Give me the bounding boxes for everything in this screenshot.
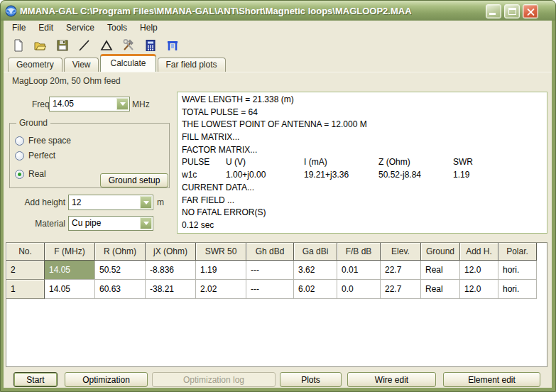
optimization-button[interactable]: Optimization (65, 372, 148, 387)
table-cell[interactable]: 14.05 (45, 280, 95, 299)
radio-label: Free space (28, 136, 71, 146)
freq-dropdown-button[interactable] (116, 98, 129, 110)
pulse-value: w1c (182, 169, 197, 182)
menu-item-file[interactable]: File (6, 21, 32, 34)
output-line: FAR FIELD ... (182, 195, 543, 207)
tools-setup-icon[interactable] (121, 38, 136, 53)
wire-line-icon[interactable] (77, 38, 92, 53)
maximize-icon (508, 8, 516, 15)
pulse-value: 19.21+j3.36 (304, 169, 349, 182)
table-cell[interactable]: 22.7 (381, 261, 421, 280)
menu-item-help[interactable]: Help (133, 21, 164, 34)
pulse-value: 1.00+j0.00 (226, 169, 266, 182)
plots-button[interactable]: Plots (280, 372, 342, 387)
table-cell[interactable]: 6.02 (294, 280, 337, 299)
table-cell[interactable]: 12.0 (460, 261, 498, 280)
calculate-icon[interactable] (143, 38, 158, 53)
table-cell[interactable]: Real (421, 261, 460, 280)
tab-geometry[interactable]: Geometry (8, 58, 62, 72)
add-height-value: 12 (72, 195, 81, 209)
menu-item-service[interactable]: Service (60, 21, 101, 34)
radio-circle-icon (15, 170, 24, 179)
maximize-button[interactable] (504, 4, 520, 18)
output-line: TOTAL PULSE = 64 (182, 107, 543, 119)
table-cell[interactable]: 22.7 (381, 280, 421, 299)
freq-combobox[interactable]: 14.05 (49, 97, 130, 111)
pulse-value: 50.52-j8.84 (378, 169, 421, 182)
table-cell[interactable]: 60.63 (95, 280, 146, 299)
table-cell[interactable]: 50.52 (95, 261, 146, 280)
minimize-icon (489, 13, 496, 15)
table-cell[interactable]: --- (246, 280, 294, 299)
table-row: 114.0560.63-38.212.02---6.020.022.7Real1… (6, 280, 547, 299)
menu-item-edit[interactable]: Edit (32, 21, 60, 34)
row-header-cell[interactable]: 2 (6, 261, 45, 280)
table-cell[interactable]: hori. (498, 280, 537, 299)
menu-item-tools[interactable]: Tools (101, 21, 133, 34)
open-file-icon[interactable] (33, 38, 48, 53)
table-cell[interactable]: 0.01 (337, 261, 381, 280)
add-height-unit: m (157, 197, 164, 207)
radio-label: Perfect (28, 151, 55, 160)
title-bar: MMANA-GAL C:\Program Files\MMANA-GAL\ANT… (1, 1, 556, 21)
material-dropdown-button[interactable] (140, 217, 152, 229)
new-file-icon[interactable] (11, 38, 26, 53)
radio-perfect[interactable]: Perfect (15, 150, 55, 161)
close-button[interactable] (523, 4, 538, 18)
ground-groupbox: Ground Free spacePerfectReal Ground setu… (9, 123, 170, 188)
table-cell[interactable]: 14.05 (45, 261, 95, 280)
header-cell: Elev. (381, 243, 421, 261)
header-cell: SWR 50 (196, 243, 246, 261)
table-cell[interactable]: -8.836 (146, 261, 196, 280)
table-cell[interactable]: -38.21 (146, 280, 196, 299)
output-line: THE LOWEST POINT OF ANTENNA = 12.000 M (182, 119, 543, 131)
header-cell: R (Ohm) (95, 243, 146, 261)
pulse-header: SWR (453, 156, 473, 169)
ground-setup-button[interactable]: Ground setup (100, 173, 168, 187)
pulse-value-row: w1c1.00+j0.0019.21+j3.3650.52-j8.841.19 (182, 169, 543, 182)
freq-unit: MHz (132, 99, 150, 109)
header-cell: Polar. (498, 243, 537, 261)
minimize-button[interactable] (486, 4, 501, 18)
radio-real[interactable]: Real (15, 168, 46, 180)
app-globe-icon (5, 5, 17, 17)
header-cell: F (MHz) (45, 243, 95, 261)
table-cell[interactable]: 2.02 (196, 280, 246, 299)
optimization-log-button[interactable]: Optimization log (152, 372, 276, 387)
wire-edit-button[interactable]: Wire edit (347, 372, 436, 387)
save-file-icon[interactable] (55, 38, 70, 53)
radio-circle-icon (15, 151, 24, 160)
material-label: Material (18, 219, 65, 229)
radio-free-space[interactable]: Free space (15, 135, 71, 146)
table-cell[interactable]: Real (421, 280, 460, 299)
element-triangle-icon[interactable] (99, 38, 114, 53)
antenna-title: MagLoop 20m, 50 Ohm feed (12, 76, 121, 86)
tab-far-field-plots[interactable]: Far field plots (158, 58, 226, 72)
add-height-combobox[interactable]: 12 (68, 195, 153, 210)
toolbar (4, 34, 552, 56)
table-cell[interactable]: 12.0 (460, 280, 498, 299)
header-cell: Ga dBi (294, 243, 337, 261)
table-cell[interactable]: --- (246, 261, 294, 280)
add-height-dropdown-button[interactable] (140, 196, 152, 209)
header-cell: No. (6, 243, 45, 261)
output-line: WAVE LENGTH = 21.338 (m) (182, 94, 543, 107)
table-cell[interactable]: 3.62 (294, 261, 337, 280)
material-combobox[interactable]: Cu pipe (68, 216, 153, 231)
element-edit-button[interactable]: Element edit (443, 372, 540, 387)
tab-calculate[interactable]: Calculate (100, 54, 156, 72)
output-line: CURRENT DATA... (182, 182, 543, 195)
table-cell[interactable]: hori. (498, 261, 537, 280)
far-field-view-icon[interactable] (165, 38, 180, 53)
row-header-cell[interactable]: 1 (6, 280, 45, 299)
table-header-row: No.F (MHz)R (Ohm)jX (Ohm)SWR 50Gh dBdGa … (6, 243, 547, 261)
header-cell: Ground (421, 243, 460, 261)
table-row: 214.0550.52-8.8361.19---3.620.0122.7Real… (6, 261, 547, 280)
tab-view[interactable]: View (64, 58, 99, 72)
output-line: NO FATAL ERROR(S) (182, 207, 543, 219)
start-button[interactable]: Start (13, 372, 58, 387)
table-cell[interactable]: 1.19 (196, 261, 246, 280)
add-height-label: Add height (18, 197, 65, 207)
table-cell[interactable]: 0.0 (337, 280, 381, 299)
pulse-header: Z (Ohm) (378, 156, 410, 169)
